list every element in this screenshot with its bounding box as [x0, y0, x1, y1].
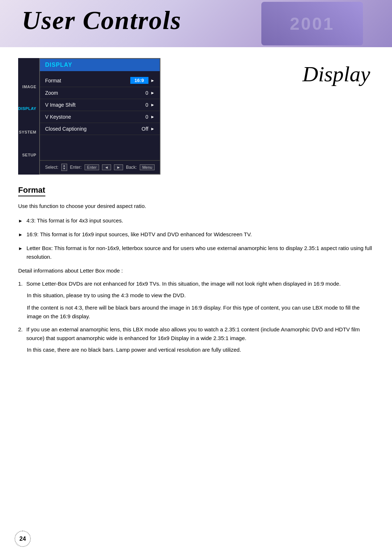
- back-label: Back:: [126, 165, 137, 170]
- select-label: Select:: [45, 165, 58, 170]
- bullet-item-letterbox: ► Letter Box: This format is for non-16x…: [18, 244, 374, 261]
- bullet-item-169: ► 16:9: This format is for 16x9 input so…: [18, 230, 374, 239]
- enter-label: Enter:: [70, 165, 82, 170]
- menu-header: DISPLAY: [40, 59, 160, 71]
- detail-intro: Detail informations about Letter Box mod…: [18, 266, 374, 275]
- sidebar: IMAGE DISPLAY SYSTEM SETUP: [18, 58, 39, 175]
- numbered-item-2: 2. If you use an external anamorphic len…: [18, 325, 374, 354]
- main-content: IMAGE DISPLAY SYSTEM SETUP DISPLAY: [0, 47, 392, 182]
- sidebar-item-setup[interactable]: SETUP: [18, 145, 39, 165]
- menu-item-label-closedcaption: Closed Captioning: [45, 126, 86, 132]
- content-section: Format Use this function to choose your …: [0, 182, 392, 369]
- sub-paragraph-1a: In this situation, please try to using t…: [27, 291, 374, 300]
- menu-item-label-vkeystone: V Keystone: [45, 114, 71, 120]
- enter-key: Enter: [85, 164, 99, 170]
- menu-item-vimageshift[interactable]: V Image Shift 0 ►: [40, 99, 160, 111]
- menu-body: Format 16:9 ► Zoom 0 ►: [40, 74, 160, 160]
- menu-footer: Select: ▲▼ Enter: Enter ◄ ► Back: Menu: [40, 160, 160, 174]
- select-arrows-icon: ▲▼: [61, 164, 67, 171]
- numbered-item-1: 1. Some Letter-Box DVDs are not enhanced…: [18, 279, 374, 321]
- bullet-text-letterbox: Letter Box: This format is for non-16x9,…: [26, 244, 374, 261]
- numbered-item-1-header: 1. Some Letter-Box DVDs are not enhanced…: [18, 279, 374, 288]
- bullet-arrow-icon: ►: [18, 217, 23, 225]
- menu-item-label-vimageshift: V Image Shift: [45, 102, 75, 108]
- page-title: User Controls: [22, 5, 181, 36]
- menu-item-zoom[interactable]: Zoom 0 ►: [40, 87, 160, 99]
- bullet-arrow-icon-3: ►: [18, 245, 23, 261]
- display-title: Display: [302, 62, 370, 87]
- sub-paragraph-1b: If the content is not 4:3, there will be…: [27, 303, 374, 321]
- sidebar-item-system[interactable]: SYSTEM: [18, 120, 39, 145]
- page-number: 24: [15, 531, 31, 547]
- menu-item-closedcaption[interactable]: Closed Captioning Off ►: [40, 123, 160, 135]
- menu-item-vkeystone[interactable]: V Keystone 0 ►: [40, 111, 160, 123]
- numbered-item-2-text: If you use an external anamorphic lens, …: [26, 325, 374, 343]
- sidebar-item-image[interactable]: IMAGE: [18, 76, 39, 98]
- numbered-item-1-text: Some Letter-Box DVDs are not enhanced fo…: [26, 279, 374, 288]
- menu-box: DISPLAY Format 16:9 ► Zoom 0: [39, 58, 160, 175]
- right-arrow-icon: ►: [114, 164, 123, 170]
- numbered-item-2-header: 2. If you use an external anamorphic len…: [18, 325, 374, 343]
- sub-paragraph-2a: In this case, there are no black bars. L…: [27, 346, 374, 354]
- right-panel: Display: [149, 54, 381, 175]
- menu-item-format[interactable]: Format 16:9 ►: [40, 74, 160, 87]
- bullet-arrow-icon-2: ►: [18, 231, 23, 239]
- left-panel: IMAGE DISPLAY SYSTEM SETUP DISPLAY: [11, 54, 138, 175]
- menu-item-label-format: Format: [45, 78, 61, 83]
- left-arrow-icon: ◄: [102, 164, 111, 170]
- menu-panel: IMAGE DISPLAY SYSTEM SETUP DISPLAY: [18, 58, 138, 175]
- header-decoration: 2001: [261, 2, 363, 45]
- sidebar-item-display[interactable]: DISPLAY: [18, 98, 39, 120]
- numbered-item-2-number: 2.: [18, 325, 23, 343]
- section-title: Format: [18, 185, 45, 196]
- bullet-text-43: 4:3: This format is for 4x3 input source…: [26, 216, 374, 225]
- decoration-text: 2001: [290, 14, 335, 34]
- page-header: User Controls 2001: [0, 0, 392, 47]
- numbered-item-1-number: 1.: [18, 279, 23, 288]
- bullet-text-169: 16:9: This format is for 16x9 input sour…: [26, 230, 374, 239]
- bullet-item-43: ► 4:3: This format is for 4x3 input sour…: [18, 216, 374, 225]
- section-intro: Use this function to choose your desired…: [18, 202, 374, 210]
- menu-item-label-zoom: Zoom: [45, 90, 58, 96]
